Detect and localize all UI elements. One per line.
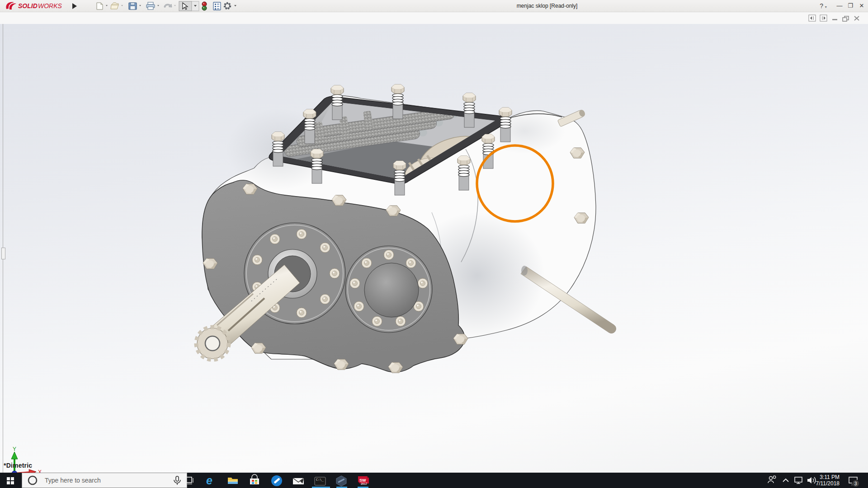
select-button[interactable] (179, 1, 199, 11)
file-properties-button[interactable] (213, 2, 221, 10)
doc-minimize-button[interactable] (832, 19, 837, 20)
undo-button[interactable] (164, 4, 176, 7)
brand-bold: SOLID (18, 2, 38, 9)
gearbox-model (0, 24, 868, 473)
cortana-icon (26, 474, 39, 487)
help-button[interactable]: ? ▾ (817, 0, 829, 12)
solidworks-logo (6, 2, 16, 9)
windows-taskbar: Type here to search e (0, 473, 868, 488)
pane-right-button[interactable] (820, 15, 827, 21)
document-title: menjac sklop [Read-only] (488, 0, 606, 12)
svg-text:e: e (206, 474, 212, 487)
network-icon[interactable] (795, 477, 802, 483)
task-view-button[interactable] (182, 473, 197, 488)
volume-icon[interactable] (807, 477, 816, 483)
toolbar-expand-button[interactable] (72, 3, 77, 9)
file-explorer-icon[interactable] (228, 478, 238, 484)
taskbar-search[interactable]: Type here to search (22, 473, 187, 488)
doc-close-button[interactable] (854, 16, 859, 20)
brand-light: WORKS (38, 2, 62, 9)
microphone-icon[interactable] (172, 475, 182, 487)
store-icon[interactable] (250, 474, 259, 484)
document-window-controls (0, 12, 868, 24)
action-center-icon[interactable]: 3 (849, 477, 859, 487)
hexagon-app-icon[interactable] (336, 476, 346, 486)
people-icon[interactable] (768, 476, 776, 483)
search-placeholder: Type here to search (45, 477, 101, 484)
axis-label-y: Y (13, 446, 16, 452)
print-button[interactable] (146, 2, 159, 9)
tray-date: 7/11/2018 (816, 480, 840, 487)
command-prompt-icon[interactable]: C:\_ (315, 477, 326, 485)
screen: SOLID WORKS (0, 0, 868, 488)
view-orientation-label: *Dimetric (4, 462, 32, 469)
start-button[interactable] (0, 473, 22, 488)
solidworks-2017-icon[interactable]: SW 2017 (358, 476, 369, 485)
taskbar-apps: e C:\ (203, 473, 374, 488)
window-restore-button[interactable]: ❐ (844, 0, 856, 12)
system-tray: 3 (760, 473, 868, 488)
new-document-button[interactable] (97, 3, 108, 9)
document-chrome-row (0, 12, 868, 24)
svg-text:2017: 2017 (361, 482, 368, 485)
open-button[interactable] (111, 3, 123, 9)
edge-icon[interactable]: e (206, 474, 212, 487)
feature-panel-collapse-tab[interactable] (1, 248, 5, 259)
window-close-button[interactable]: ✕ (856, 0, 868, 12)
window-minimize-button[interactable]: — (834, 0, 845, 12)
pane-left-button[interactable] (809, 15, 816, 21)
graphics-viewport[interactable]: Y X Z *Dimetric (0, 24, 868, 473)
save-button[interactable] (129, 3, 141, 9)
title-bar: SOLID WORKS (0, 0, 868, 12)
notification-badge: 3 (854, 481, 857, 486)
tray-chevron-icon[interactable] (783, 479, 788, 482)
tray-clock[interactable]: 3:11 PM 7/11/2018 (816, 474, 840, 487)
selection-filter-button[interactable] (202, 2, 207, 10)
doc-restore-button[interactable] (843, 16, 849, 21)
titlebar-toolbar: SOLID WORKS (0, 0, 244, 12)
options-button[interactable] (225, 3, 237, 9)
svg-text:C:\_: C:\_ (316, 478, 324, 482)
tray-time: 3:11 PM (816, 474, 840, 480)
support-tool-icon[interactable] (271, 475, 282, 486)
bearing-dome-cover (364, 263, 419, 317)
mail-icon[interactable] (293, 478, 304, 484)
